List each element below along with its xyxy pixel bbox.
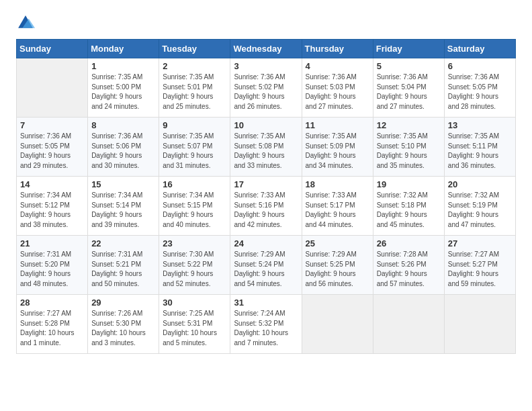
day-number: 31 xyxy=(234,298,298,308)
calendar-cell: 11Sunrise: 7:35 AM Sunset: 5:09 PM Dayli… xyxy=(302,118,373,177)
cell-info: Sunrise: 7:32 AM Sunset: 5:18 PM Dayligh… xyxy=(377,191,441,230)
day-number: 2 xyxy=(163,61,226,71)
calendar-cell: 4Sunrise: 7:36 AM Sunset: 5:03 PM Daylig… xyxy=(302,58,373,118)
calendar-cell: 10Sunrise: 7:35 AM Sunset: 5:08 PM Dayli… xyxy=(230,118,302,177)
cell-info: Sunrise: 7:34 AM Sunset: 5:15 PM Dayligh… xyxy=(163,191,226,230)
calendar-cell: 13Sunrise: 7:35 AM Sunset: 5:11 PM Dayli… xyxy=(444,118,515,177)
logo xyxy=(16,13,38,32)
logo-icon xyxy=(16,13,35,32)
calendar-cell: 25Sunrise: 7:29 AM Sunset: 5:25 PM Dayli… xyxy=(302,236,373,295)
calendar-cell: 3Sunrise: 7:36 AM Sunset: 5:02 PM Daylig… xyxy=(230,58,302,118)
cell-info: Sunrise: 7:34 AM Sunset: 5:12 PM Dayligh… xyxy=(20,191,84,230)
day-number: 29 xyxy=(91,298,155,308)
calendar-cell: 12Sunrise: 7:35 AM Sunset: 5:10 PM Dayli… xyxy=(373,118,444,177)
cell-info: Sunrise: 7:35 AM Sunset: 5:10 PM Dayligh… xyxy=(377,132,441,171)
calendar-cell xyxy=(373,295,444,354)
day-number: 25 xyxy=(306,238,369,248)
calendar-cell: 19Sunrise: 7:32 AM Sunset: 5:18 PM Dayli… xyxy=(373,177,444,236)
cell-info: Sunrise: 7:27 AM Sunset: 5:28 PM Dayligh… xyxy=(20,309,84,348)
day-number: 19 xyxy=(377,179,441,189)
day-number: 21 xyxy=(20,238,84,248)
cell-info: Sunrise: 7:30 AM Sunset: 5:22 PM Dayligh… xyxy=(163,250,226,289)
cell-info: Sunrise: 7:35 AM Sunset: 5:07 PM Dayligh… xyxy=(163,132,226,171)
calendar-cell: 27Sunrise: 7:27 AM Sunset: 5:27 PM Dayli… xyxy=(444,236,515,295)
cell-info: Sunrise: 7:27 AM Sunset: 5:27 PM Dayligh… xyxy=(448,250,512,289)
day-number: 16 xyxy=(163,179,226,189)
calendar-header-cell: Wednesday xyxy=(230,40,302,58)
cell-info: Sunrise: 7:25 AM Sunset: 5:31 PM Dayligh… xyxy=(163,309,226,348)
day-number: 22 xyxy=(91,238,155,248)
calendar-header-cell: Thursday xyxy=(302,40,373,58)
cell-info: Sunrise: 7:26 AM Sunset: 5:30 PM Dayligh… xyxy=(91,309,155,348)
cell-info: Sunrise: 7:36 AM Sunset: 5:03 PM Dayligh… xyxy=(306,73,369,111)
cell-info: Sunrise: 7:35 AM Sunset: 5:00 PM Dayligh… xyxy=(91,73,155,111)
cell-info: Sunrise: 7:29 AM Sunset: 5:25 PM Dayligh… xyxy=(306,250,369,289)
calendar-header-cell: Tuesday xyxy=(159,40,230,58)
cell-info: Sunrise: 7:35 AM Sunset: 5:11 PM Dayligh… xyxy=(448,132,512,171)
cell-info: Sunrise: 7:36 AM Sunset: 5:02 PM Dayligh… xyxy=(234,73,298,111)
calendar-cell: 26Sunrise: 7:28 AM Sunset: 5:26 PM Dayli… xyxy=(373,236,444,295)
calendar-cell: 2Sunrise: 7:35 AM Sunset: 5:01 PM Daylig… xyxy=(159,58,230,118)
calendar-week-row: 14Sunrise: 7:34 AM Sunset: 5:12 PM Dayli… xyxy=(17,177,516,236)
day-number: 10 xyxy=(234,120,298,130)
day-number: 9 xyxy=(163,120,226,130)
day-number: 26 xyxy=(377,238,441,248)
calendar-cell: 17Sunrise: 7:33 AM Sunset: 5:16 PM Dayli… xyxy=(230,177,302,236)
day-number: 27 xyxy=(448,238,512,248)
calendar-cell xyxy=(302,295,373,354)
calendar-header-row: SundayMondayTuesdayWednesdayThursdayFrid… xyxy=(17,40,516,58)
day-number: 14 xyxy=(20,179,84,189)
calendar-cell: 31Sunrise: 7:24 AM Sunset: 5:32 PM Dayli… xyxy=(230,295,302,354)
calendar-cell: 18Sunrise: 7:33 AM Sunset: 5:17 PM Dayli… xyxy=(302,177,373,236)
calendar-cell: 15Sunrise: 7:34 AM Sunset: 5:14 PM Dayli… xyxy=(88,177,159,236)
cell-info: Sunrise: 7:35 AM Sunset: 5:08 PM Dayligh… xyxy=(234,132,298,171)
day-number: 15 xyxy=(91,179,155,189)
calendar-week-row: 1Sunrise: 7:35 AM Sunset: 5:00 PM Daylig… xyxy=(17,58,516,118)
header xyxy=(16,13,516,32)
cell-info: Sunrise: 7:32 AM Sunset: 5:19 PM Dayligh… xyxy=(448,191,512,230)
calendar-table: SundayMondayTuesdayWednesdayThursdayFrid… xyxy=(16,39,516,354)
day-number: 24 xyxy=(234,238,298,248)
day-number: 23 xyxy=(163,238,226,248)
calendar-cell: 7Sunrise: 7:36 AM Sunset: 5:05 PM Daylig… xyxy=(17,118,88,177)
calendar-week-row: 28Sunrise: 7:27 AM Sunset: 5:28 PM Dayli… xyxy=(17,295,516,354)
day-number: 12 xyxy=(377,120,441,130)
day-number: 20 xyxy=(448,179,512,189)
cell-info: Sunrise: 7:36 AM Sunset: 5:05 PM Dayligh… xyxy=(20,132,84,171)
calendar-cell: 14Sunrise: 7:34 AM Sunset: 5:12 PM Dayli… xyxy=(17,177,88,236)
calendar-cell: 16Sunrise: 7:34 AM Sunset: 5:15 PM Dayli… xyxy=(159,177,230,236)
calendar-cell: 29Sunrise: 7:26 AM Sunset: 5:30 PM Dayli… xyxy=(88,295,159,354)
calendar-header-cell: Monday xyxy=(88,40,159,58)
calendar-cell: 24Sunrise: 7:29 AM Sunset: 5:24 PM Dayli… xyxy=(230,236,302,295)
calendar-cell xyxy=(444,295,515,354)
cell-info: Sunrise: 7:33 AM Sunset: 5:17 PM Dayligh… xyxy=(306,191,369,230)
calendar-cell: 5Sunrise: 7:36 AM Sunset: 5:04 PM Daylig… xyxy=(373,58,444,118)
day-number: 17 xyxy=(234,179,298,189)
day-number: 1 xyxy=(91,61,155,71)
calendar-cell: 20Sunrise: 7:32 AM Sunset: 5:19 PM Dayli… xyxy=(444,177,515,236)
calendar-cell: 1Sunrise: 7:35 AM Sunset: 5:00 PM Daylig… xyxy=(88,58,159,118)
cell-info: Sunrise: 7:24 AM Sunset: 5:32 PM Dayligh… xyxy=(234,309,298,348)
cell-info: Sunrise: 7:36 AM Sunset: 5:05 PM Dayligh… xyxy=(448,73,512,111)
calendar-cell: 23Sunrise: 7:30 AM Sunset: 5:22 PM Dayli… xyxy=(159,236,230,295)
calendar-week-row: 7Sunrise: 7:36 AM Sunset: 5:05 PM Daylig… xyxy=(17,118,516,177)
day-number: 7 xyxy=(20,120,84,130)
calendar-header-cell: Sunday xyxy=(17,40,88,58)
day-number: 5 xyxy=(377,61,441,71)
calendar-cell: 28Sunrise: 7:27 AM Sunset: 5:28 PM Dayli… xyxy=(17,295,88,354)
day-number: 28 xyxy=(20,298,84,308)
day-number: 8 xyxy=(91,120,155,130)
cell-info: Sunrise: 7:31 AM Sunset: 5:20 PM Dayligh… xyxy=(20,250,84,289)
calendar-cell xyxy=(17,58,88,118)
cell-info: Sunrise: 7:36 AM Sunset: 5:06 PM Dayligh… xyxy=(91,132,155,171)
cell-info: Sunrise: 7:34 AM Sunset: 5:14 PM Dayligh… xyxy=(91,191,155,230)
calendar-cell: 9Sunrise: 7:35 AM Sunset: 5:07 PM Daylig… xyxy=(159,118,230,177)
calendar-cell: 21Sunrise: 7:31 AM Sunset: 5:20 PM Dayli… xyxy=(17,236,88,295)
day-number: 4 xyxy=(306,61,369,71)
calendar-cell: 30Sunrise: 7:25 AM Sunset: 5:31 PM Dayli… xyxy=(159,295,230,354)
calendar-cell: 22Sunrise: 7:31 AM Sunset: 5:21 PM Dayli… xyxy=(88,236,159,295)
calendar-cell: 8Sunrise: 7:36 AM Sunset: 5:06 PM Daylig… xyxy=(88,118,159,177)
day-number: 6 xyxy=(448,61,512,71)
day-number: 11 xyxy=(306,120,369,130)
day-number: 13 xyxy=(448,120,512,130)
